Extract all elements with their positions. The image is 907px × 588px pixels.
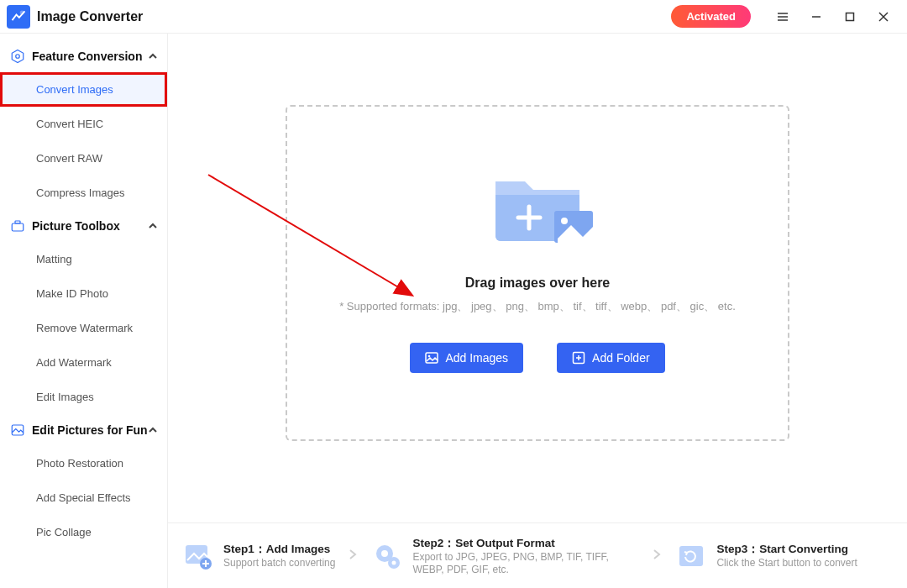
sidebar-item-convert-raw[interactable]: Convert RAW: [0, 141, 167, 176]
svg-point-0: [20, 10, 24, 14]
sidebar-item-label: Convert Images: [36, 83, 113, 96]
sidebar-item-label: Matting: [36, 253, 72, 265]
add-images-button[interactable]: Add Images: [410, 343, 523, 373]
minimize-button[interactable]: [800, 0, 833, 34]
sidebar-header-edit-pictures-for-fun[interactable]: Edit Pictures for Fun: [0, 414, 167, 446]
chevron-right-icon: [646, 549, 668, 564]
sidebar-item-add-special-effects[interactable]: Add Special Effects: [0, 480, 167, 515]
sidebar-item-label: Photo Restoration: [36, 457, 123, 470]
toolbox-icon: [10, 218, 25, 234]
step-3: Step3：Start Converting Click the Start b…: [674, 539, 857, 573]
image-icon: [425, 351, 438, 365]
step-sub: Click the Start button to convert: [716, 557, 857, 570]
sidebar: Feature Conversion Convert Images Conver…: [0, 34, 168, 588]
sidebar-header-feature-conversion[interactable]: Feature Conversion: [0, 40, 167, 72]
sidebar-item-label: Make ID Photo: [36, 287, 108, 300]
button-row: Add Images Add Folder: [410, 343, 664, 373]
close-button[interactable]: [867, 0, 900, 34]
step-title: Step1：Add Images: [223, 542, 335, 557]
folder-illustration-icon: [470, 156, 605, 257]
activated-badge[interactable]: Activated: [671, 5, 751, 28]
step-1: Step1：Add Images Support batch convertin…: [181, 539, 335, 573]
svg-point-16: [561, 218, 568, 224]
add-folder-button[interactable]: Add Folder: [557, 343, 664, 373]
sidebar-item-label: Add Special Effects: [36, 491, 131, 504]
settings-icon: [370, 539, 404, 573]
sidebar-item-pic-collage[interactable]: Pic Collage: [0, 515, 167, 549]
chevron-up-icon: [149, 50, 157, 63]
svg-point-18: [428, 355, 431, 358]
sidebar-item-label: Remove Watermark: [36, 322, 133, 334]
sidebar-header-label: Edit Pictures for Fun: [32, 423, 148, 437]
sidebar-item-convert-heic[interactable]: Convert HEIC: [0, 107, 167, 141]
step-title: Step3：Start Converting: [716, 542, 857, 557]
step-sub: Export to JPG, JPEG, PNG, BMP, TIF, TIFF…: [412, 551, 639, 576]
app-window: Image Converter Activated Feature Conver…: [0, 0, 907, 588]
sidebar-header-label: Feature Conversion: [32, 50, 142, 63]
svg-marker-8: [12, 50, 24, 63]
maximize-button[interactable]: [833, 0, 867, 34]
sidebar-item-label: Add Watermark: [36, 356, 112, 369]
picture-icon: [10, 423, 25, 438]
supported-formats-text: * Supported formats: jpg、 jpeg、 png、 bmp…: [339, 299, 736, 314]
folder-plus-icon: [572, 351, 585, 365]
svg-rect-32: [679, 546, 703, 566]
sidebar-item-matting[interactable]: Matting: [0, 242, 167, 276]
steps-bar: Step1：Add Images Support batch convertin…: [168, 522, 907, 588]
svg-point-31: [392, 560, 396, 564]
button-label: Add Folder: [592, 351, 649, 365]
menu-button[interactable]: [766, 0, 800, 34]
button-label: Add Images: [445, 351, 508, 365]
chevron-up-icon: [149, 423, 157, 437]
sidebar-item-photo-restoration[interactable]: Photo Restoration: [0, 446, 167, 480]
chevron-up-icon: [149, 219, 157, 233]
app-logo-icon: [7, 5, 30, 29]
title-bar: Image Converter Activated: [0, 0, 907, 34]
app-title: Image Converter: [37, 9, 143, 24]
sidebar-item-label: Pic Collage: [36, 526, 92, 538]
svg-point-9: [16, 55, 20, 59]
sidebar-header-label: Picture Toolbox: [32, 219, 120, 233]
sidebar-item-label: Convert HEIC: [36, 118, 103, 130]
main-panel: Drag images over here * Supported format…: [168, 34, 907, 588]
svg-rect-11: [15, 221, 20, 223]
svg-rect-10: [12, 223, 24, 231]
hexagon-icon: [10, 49, 25, 64]
convert-icon: [674, 539, 708, 573]
sidebar-item-label: Compress Images: [36, 186, 124, 199]
sidebar-item-convert-images[interactable]: Convert Images: [0, 72, 167, 107]
svg-rect-5: [847, 13, 854, 20]
sidebar-header-picture-toolbox[interactable]: Picture Toolbox: [0, 210, 167, 242]
add-image-icon: [181, 539, 215, 573]
sidebar-item-label: Convert RAW: [36, 152, 102, 165]
step-2: Step2：Set Output Format Export to JPG, J…: [370, 536, 639, 576]
sidebar-item-add-watermark[interactable]: Add Watermark: [0, 345, 167, 380]
sidebar-item-edit-images[interactable]: Edit Images: [0, 380, 167, 414]
sidebar-item-remove-watermark[interactable]: Remove Watermark: [0, 311, 167, 345]
dropzone[interactable]: Drag images over here * Supported format…: [286, 105, 789, 441]
step-sub: Support batch converting: [223, 557, 335, 570]
sidebar-item-compress-images[interactable]: Compress Images: [0, 176, 167, 210]
body: Feature Conversion Convert Images Conver…: [0, 34, 907, 588]
sidebar-item-make-id-photo[interactable]: Make ID Photo: [0, 276, 167, 311]
step-title: Step2：Set Output Format: [412, 536, 639, 551]
chevron-right-icon: [342, 549, 364, 564]
sidebar-item-label: Edit Images: [36, 391, 94, 403]
drag-text: Drag images over here: [465, 276, 611, 291]
svg-point-29: [381, 550, 388, 557]
